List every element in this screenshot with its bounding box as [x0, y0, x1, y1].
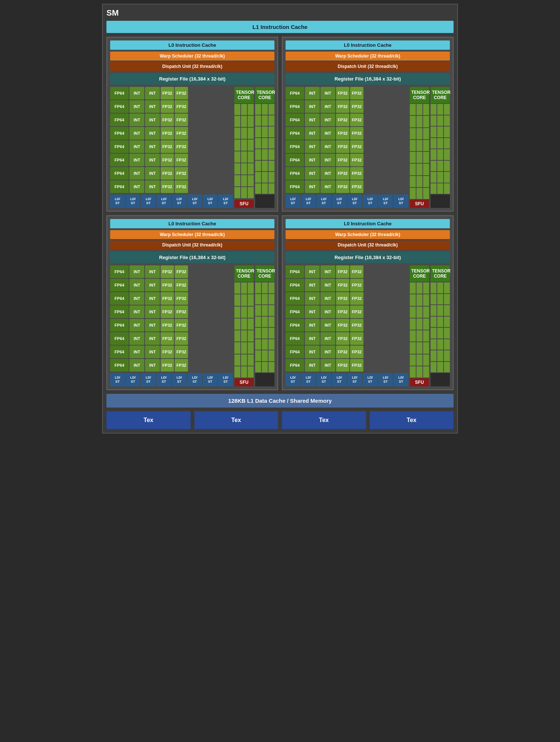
- sm-title: SM: [106, 8, 454, 18]
- fp32-cell: FP32: [175, 154, 188, 166]
- q2-cores-left: FP64 INT INT FP32 FP32 FP64 INT INT FP32…: [286, 87, 408, 208]
- q1-register-file: Register File (16,384 x 32-bit): [110, 73, 274, 85]
- q3-register-file: Register File (16,384 x 32-bit): [110, 252, 274, 263]
- fp64-cell: FP64: [110, 127, 129, 140]
- q2-ldst-row: LD/ST LD/ST LD/ST LD/ST LD/ST LD/ST LD/S…: [286, 195, 408, 208]
- ld-st-cell: LD/ST: [203, 195, 218, 208]
- sm-container: SM L1 Instruction Cache L0 Instruction C…: [102, 4, 458, 434]
- q4-ldst-row: LD/ST LD/ST LD/ST LD/ST LD/ST LD/ST LD/S…: [286, 373, 408, 386]
- ld-st-cell: LD/ST: [157, 195, 171, 208]
- q3-warp-scheduler: Warp Scheduler (32 thread/clk): [110, 230, 274, 239]
- q1-warp-scheduler: Warp Scheduler (32 thread/clk): [110, 52, 274, 61]
- quadrant-1: L0 Instruction Cache Warp Scheduler (32 …: [106, 37, 278, 212]
- q1-tensor-core-2: TENSORCORE: [255, 87, 274, 208]
- quadrant-3: L0 Instruction Cache Warp Scheduler (32 …: [106, 215, 278, 390]
- int-cell: INT: [320, 87, 335, 99]
- tex-row: Tex Tex Tex Tex: [106, 411, 454, 429]
- int-cell: INT: [145, 127, 160, 140]
- q4-tensor-core-1: TENSORCORE SFU: [410, 265, 429, 386]
- int-cell: INT: [129, 167, 144, 180]
- q1-row-4: FP64 INT INT FP32 FP32: [110, 127, 233, 140]
- q2-warp-scheduler: Warp Scheduler (32 thread/clk): [286, 52, 450, 61]
- fp64-cell: FP64: [110, 100, 129, 113]
- quadrants-grid: L0 Instruction Cache Warp Scheduler (32 …: [106, 37, 454, 390]
- fp32-cell: FP32: [336, 87, 349, 99]
- tex-cell-2: Tex: [194, 411, 279, 429]
- fp64-cell: FP64: [110, 114, 129, 126]
- fp32-cell: FP32: [161, 140, 174, 153]
- q1-ldst-row: LD/ST LD/ST LD/ST LD/ST LD/ST LD/ST LD/S…: [110, 195, 233, 208]
- fp32-cell: FP32: [175, 114, 188, 126]
- int-cell: INT: [129, 154, 144, 166]
- ld-st-cell: LD/ST: [218, 195, 233, 208]
- q1-row-6: FP64 INT INT FP32 FP32: [110, 154, 233, 166]
- q1-cores-left: FP64 INT INT FP32 FP32 FP64 INT INT FP32…: [110, 87, 233, 208]
- int-cell: INT: [129, 114, 144, 126]
- q3-l0-cache: L0 Instruction Cache: [110, 219, 274, 228]
- int-cell: INT: [129, 87, 144, 99]
- q2-tensor-core-2: TENSORCORE: [431, 87, 450, 208]
- q2-register-file: Register File (16,384 x 32-bit): [286, 73, 450, 85]
- tensor-core-label-1: TENSORCORE: [234, 87, 254, 103]
- q4-warp-scheduler: Warp Scheduler (32 thread/clk): [286, 230, 450, 239]
- int-cell: INT: [305, 87, 320, 99]
- q2-dispatch-unit: Dispatch Unit (32 thread/clk): [286, 62, 450, 71]
- q1-l0-cache: L0 Instruction Cache: [110, 40, 274, 50]
- fp64-cell: FP64: [110, 87, 129, 99]
- tex-cell-3: Tex: [282, 411, 366, 429]
- quadrant-2: L0 Instruction Cache Warp Scheduler (32 …: [282, 37, 454, 212]
- tensor-core-label-2: TENSORCORE: [255, 87, 274, 103]
- fp32-cell: FP32: [350, 87, 363, 99]
- fp64-cell: FP64: [110, 140, 129, 153]
- l1-data-cache: 128KB L1 Data Cache / Shared Memory: [106, 394, 454, 408]
- int-cell: INT: [145, 167, 160, 180]
- ld-st-cell: LD/ST: [141, 195, 156, 208]
- fp32-cell: FP32: [161, 180, 174, 193]
- q3-tensor-core-1: TENSORCORE SFU: [234, 265, 254, 386]
- int-cell: INT: [145, 100, 160, 113]
- q4-tensor-core-2: TENSORCORE: [431, 265, 450, 386]
- fp64-cell: FP64: [110, 180, 129, 193]
- tex-cell-1: Tex: [106, 411, 191, 429]
- ld-st-cell: LD/ST: [172, 195, 187, 208]
- ld-st-cell: LD/ST: [187, 195, 202, 208]
- fp64-cell: FP64: [286, 87, 304, 99]
- q1-dispatch-unit: Dispatch Unit (32 thread/clk): [110, 62, 274, 71]
- fp32-cell: FP32: [175, 140, 188, 153]
- int-cell: INT: [145, 87, 160, 99]
- fp32-cell: FP32: [161, 154, 174, 166]
- q2-tensor-core-1: TENSORCORE SFU: [410, 87, 429, 208]
- fp64-cell: FP64: [110, 154, 129, 166]
- int-cell: INT: [145, 154, 160, 166]
- q4-l0-cache: L0 Instruction Cache: [286, 219, 450, 228]
- q3-sfu: SFU: [234, 378, 254, 386]
- fp32-cell: FP32: [175, 167, 188, 180]
- fp32-cell: FP32: [161, 127, 174, 140]
- int-cell: INT: [129, 100, 144, 113]
- int-cell: INT: [145, 180, 160, 193]
- fp32-cell: FP32: [175, 127, 188, 140]
- tensor-grid-2: [255, 104, 274, 194]
- q1-row-3: FP64 INT INT FP32 FP32: [110, 114, 233, 126]
- q1-row-5: FP64 INT INT FP32 FP32: [110, 140, 233, 153]
- q1-row-2: FP64 INT INT FP32 FP32: [110, 100, 233, 113]
- q3-ldst-row: LD/ST LD/ST LD/ST LD/ST LD/ST LD/ST LD/S…: [110, 373, 233, 386]
- q4-register-file: Register File (16,384 x 32-bit): [286, 252, 450, 263]
- q1-placeholder: [255, 195, 274, 208]
- q1-row-8: FP64 INT INT FP32 FP32: [110, 180, 233, 193]
- ld-st-cell: LD/ST: [110, 195, 125, 208]
- int-cell: INT: [129, 127, 144, 140]
- q4-sfu: SFU: [410, 378, 429, 386]
- q3-tensor-core-2: TENSORCORE: [255, 265, 274, 386]
- q2-sfu: SFU: [410, 200, 429, 208]
- fp32-cell: FP32: [175, 87, 188, 99]
- ld-st-cell: LD/ST: [126, 195, 141, 208]
- q3-dispatch-unit: Dispatch Unit (32 thread/clk): [110, 241, 274, 249]
- tex-cell-4: Tex: [370, 411, 454, 429]
- fp32-cell: FP32: [161, 100, 174, 113]
- fp32-cell: FP32: [175, 180, 188, 193]
- fp32-cell: FP32: [161, 167, 174, 180]
- tensor-grid-1: [234, 104, 254, 198]
- int-cell: INT: [129, 180, 144, 193]
- int-cell: INT: [129, 140, 144, 153]
